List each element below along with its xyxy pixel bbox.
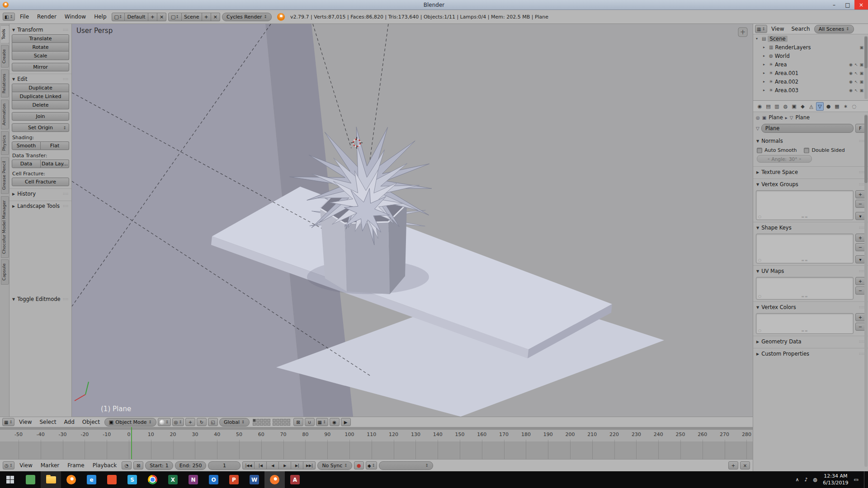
- layout-delete-button[interactable]: ×: [157, 13, 166, 21]
- translate-button[interactable]: Translate: [12, 34, 69, 43]
- manipulator-scale-icon[interactable]: ◱: [208, 418, 218, 426]
- excel-taskbar-icon[interactable]: X: [163, 471, 183, 488]
- outliner-row[interactable]: ▸☀Area.001◉↖▣: [753, 69, 868, 77]
- outliner-row[interactable]: ▸☀Area.003◉↖▣: [753, 86, 868, 94]
- access-taskbar-icon[interactable]: A: [285, 471, 305, 488]
- selectable-toggle-icon[interactable]: ↖: [854, 88, 858, 93]
- toolshelf-tab-chocofur-model-manager[interactable]: Chocofur Model Manager: [1, 196, 9, 258]
- timeline-track[interactable]: -50-40-30-20-100102030405060708090100110…: [0, 427, 753, 459]
- insert-keyframe-button[interactable]: +: [728, 461, 738, 469]
- frame-start-field[interactable]: Start:1: [145, 461, 173, 470]
- preview-range-icon[interactable]: ◔: [122, 461, 132, 469]
- outliner-item-label[interactable]: Area.001: [775, 70, 798, 76]
- panel-header-landscape-tools[interactable]: ▶Landscape Tools∷∷: [12, 201, 69, 211]
- edge-taskbar-icon[interactable]: e: [81, 471, 102, 488]
- layer-dot[interactable]: [287, 422, 290, 426]
- properties-tab-object[interactable]: ▣: [790, 102, 798, 111]
- drag-dots-icon[interactable]: ∷∷: [63, 28, 69, 32]
- keyframe-type-dropdown[interactable]: ◆↕: [366, 461, 377, 469]
- viewport-menu-add[interactable]: Add: [61, 419, 78, 425]
- remove-uv-map-button[interactable]: −: [855, 286, 865, 295]
- transform-orientation-dropdown[interactable]: Global↕: [219, 418, 250, 427]
- layer-dot[interactable]: [267, 422, 270, 426]
- viewport-3d[interactable]: User Persp (1) Plane +: [72, 24, 753, 417]
- lock-icon[interactable]: ⊠: [293, 418, 303, 426]
- properties-scrollbar[interactable]: [864, 114, 868, 467]
- outliner-item-label[interactable]: Area.003: [775, 87, 798, 94]
- toolshelf-tab-physics[interactable]: Physics: [1, 131, 9, 155]
- panel-header-vertex-colors[interactable]: ▼Vertex Colors∷∷: [756, 302, 865, 312]
- auto-smooth-checkbox[interactable]: Auto Smooth: [757, 147, 797, 153]
- layer-dot[interactable]: [260, 422, 263, 426]
- rotate-button[interactable]: Rotate: [12, 43, 69, 52]
- opengl-render-anim-icon[interactable]: ▶: [341, 418, 351, 426]
- duplicate-linked-button[interactable]: Duplicate Linked: [12, 92, 69, 101]
- panel-header-vertex-groups[interactable]: ▼Vertex Groups∷∷: [756, 179, 865, 189]
- shape-key-specials-dropdown[interactable]: ▾: [855, 255, 865, 263]
- onenote-taskbar-icon[interactable]: N: [183, 471, 203, 488]
- panel-header-geometry-data[interactable]: ▶Geometry Data∷∷: [756, 337, 865, 346]
- outliner-menu-view[interactable]: View: [768, 26, 787, 32]
- viewport-canvas[interactable]: User Persp (1) Plane +: [72, 24, 753, 417]
- visible-toggle-icon[interactable]: ◉: [849, 71, 853, 75]
- breadcrumb-data[interactable]: Plane: [795, 114, 810, 121]
- expander-icon[interactable]: ▸: [763, 54, 767, 58]
- toolshelf-tab-create[interactable]: Create: [1, 45, 9, 68]
- properties-tab-texture[interactable]: ▦: [833, 102, 841, 111]
- remove-shape-key-button[interactable]: −: [855, 243, 865, 251]
- vertex-groups-list[interactable]: ○≡≡: [756, 190, 854, 220]
- remove-vertex-group-button[interactable]: −: [855, 200, 865, 208]
- outliner-item-label[interactable]: Area: [775, 61, 787, 68]
- layer-dot[interactable]: [264, 419, 267, 422]
- angle-slider[interactable]: ◂Angle:30°▸: [757, 155, 812, 163]
- drag-dots-icon[interactable]: ∷∷: [63, 204, 69, 208]
- slider-right-arrow-icon[interactable]: ▸: [800, 157, 802, 161]
- viewport-menu-view[interactable]: View: [16, 419, 35, 425]
- expander-icon[interactable]: ▸: [763, 88, 767, 92]
- layer-dot[interactable]: [267, 419, 270, 422]
- list-filter-icon[interactable]: ○: [758, 258, 761, 262]
- renderable-toggle-icon[interactable]: ▣: [859, 71, 863, 75]
- menu-help[interactable]: Help: [91, 14, 109, 20]
- layer-dot[interactable]: [276, 419, 279, 422]
- flat-button[interactable]: Flat: [41, 141, 69, 150]
- properties-tab-material[interactable]: ●: [825, 102, 832, 111]
- panel-header-transform[interactable]: ▼Transform∷∷: [12, 25, 69, 34]
- menu-window[interactable]: Window: [61, 14, 89, 20]
- panel-header-texture-space[interactable]: ▶Texture Space∷∷: [756, 167, 865, 177]
- keying-set-field[interactable]: ↕: [379, 461, 433, 470]
- add-uv-map-button[interactable]: +: [855, 277, 865, 285]
- panel-header-history[interactable]: ▶History∷∷: [12, 189, 69, 198]
- renderable-toggle-icon[interactable]: ▣: [859, 45, 863, 50]
- sync-mode-dropdown[interactable]: No Sync↕: [317, 461, 352, 470]
- shape-keys-list[interactable]: ○≡≡: [756, 234, 854, 263]
- scale-button[interactable]: Scale: [12, 52, 69, 60]
- add-vertex-group-button[interactable]: +: [855, 190, 865, 198]
- office-taskbar-icon[interactable]: [102, 471, 122, 488]
- layer-dot[interactable]: [253, 419, 256, 422]
- mirror-button[interactable]: Mirror: [12, 63, 69, 71]
- properties-tab-render[interactable]: ◉: [756, 102, 764, 111]
- data-button[interactable]: Data: [12, 160, 41, 168]
- renderable-toggle-icon[interactable]: ▣: [859, 80, 863, 84]
- properties-tab-constraints[interactable]: ◆: [799, 102, 807, 111]
- panel-header-edit[interactable]: ▼Edit∷∷: [12, 74, 69, 84]
- manipulator-translate-icon[interactable]: +: [185, 418, 195, 426]
- properties-tab-scene[interactable]: ▥: [773, 102, 781, 111]
- expander-icon[interactable]: ▸: [763, 80, 767, 84]
- word-taskbar-icon[interactable]: W: [244, 471, 264, 488]
- properties-tab-modifiers[interactable]: ◬: [807, 102, 815, 111]
- datablock-name-field[interactable]: Plane: [761, 124, 854, 133]
- list-resize-grip[interactable]: ≡≡: [801, 215, 808, 219]
- manipulator-rotate-icon[interactable]: ↻: [197, 418, 207, 426]
- renderable-toggle-icon[interactable]: ▣: [859, 88, 863, 93]
- expander-icon[interactable]: ▾: [756, 37, 760, 41]
- lock-range-icon[interactable]: ⊠: [133, 461, 143, 469]
- toolshelf-tab-relations[interactable]: Relations: [1, 70, 9, 98]
- scene-icon[interactable]: ▢↕: [168, 13, 182, 21]
- outliner-item-label[interactable]: World: [775, 53, 790, 59]
- remove-vertex-color-button[interactable]: −: [855, 323, 865, 331]
- outliner-scrollbar[interactable]: [864, 36, 868, 99]
- layer-dot[interactable]: [264, 422, 267, 426]
- visible-toggle-icon[interactable]: ◉: [849, 88, 853, 93]
